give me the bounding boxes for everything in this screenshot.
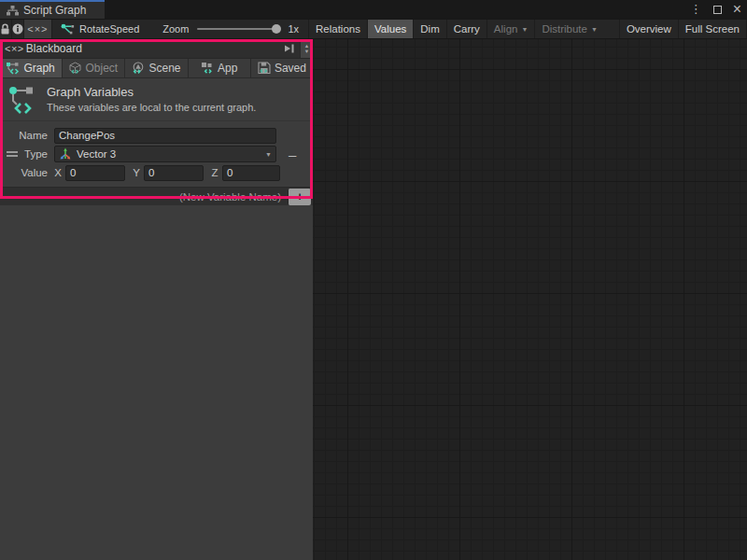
dim-button[interactable]: Dim bbox=[413, 20, 445, 38]
lock-button[interactable] bbox=[0, 20, 12, 38]
dock-panel-button[interactable] bbox=[279, 39, 300, 58]
distribute-dropdown-button[interactable]: Distribute ▼ bbox=[534, 20, 604, 38]
tab-scene[interactable]: Scene bbox=[125, 59, 188, 77]
spinner-down-icon[interactable]: ▼ bbox=[304, 49, 309, 54]
values-button[interactable]: Values bbox=[367, 20, 413, 38]
x-value-input[interactable] bbox=[65, 165, 125, 181]
saved-variables-icon bbox=[258, 62, 271, 75]
z-value-input[interactable] bbox=[222, 165, 280, 181]
vector3-icon bbox=[59, 147, 72, 161]
tab-object[interactable]: Object bbox=[63, 59, 125, 77]
graph-canvas[interactable] bbox=[313, 39, 747, 560]
zoom-slider[interactable] bbox=[197, 28, 279, 30]
variable-scope-tabs: Graph Object Scene bbox=[0, 59, 313, 78]
add-variable-button[interactable]: + bbox=[288, 189, 311, 205]
zoom-label: Zoom bbox=[162, 23, 189, 35]
value-row: Value X Y Z bbox=[0, 163, 313, 182]
graph-node-icon bbox=[61, 23, 75, 35]
relations-button[interactable]: Relations bbox=[308, 20, 367, 38]
y-axis-label: Y bbox=[133, 167, 140, 178]
close-icon[interactable]: × bbox=[733, 0, 741, 19]
variable-type-dropdown[interactable]: Vector 3 ▼ bbox=[54, 146, 276, 162]
blackboard-panel: <×> Blackboard ▲ ▼ bbox=[0, 39, 313, 560]
value-label: Value bbox=[0, 167, 54, 178]
title-bar: Script Graph ⋮ × bbox=[0, 0, 747, 19]
new-variable-name-input[interactable] bbox=[0, 191, 288, 203]
graph-variables-large-icon bbox=[8, 85, 36, 116]
carry-button[interactable]: Carry bbox=[446, 20, 486, 38]
app-variables-icon bbox=[201, 62, 214, 75]
tab-title: Script Graph bbox=[23, 4, 86, 17]
scene-variables-icon bbox=[132, 62, 145, 75]
blackboard-header: <×> Blackboard ▲ ▼ bbox=[0, 39, 313, 59]
object-variables-icon bbox=[69, 62, 81, 75]
script-graph-asset-button[interactable]: <×> bbox=[24, 20, 52, 38]
graph-asset-name: RotateSpeed bbox=[79, 23, 139, 35]
type-row: Type Vector 3 ▼ – bbox=[0, 145, 313, 163]
new-variable-row: + bbox=[0, 187, 313, 205]
lock-icon bbox=[0, 23, 10, 35]
caret-down-icon: ▼ bbox=[265, 151, 272, 158]
x-axis-label: X bbox=[54, 167, 62, 178]
section-description: These variables are local to the current… bbox=[47, 102, 256, 113]
z-axis-label: Z bbox=[211, 167, 218, 178]
caret-down-icon: ▼ bbox=[591, 26, 598, 33]
graph-variables-icon bbox=[7, 62, 20, 75]
window-controls: ⋮ × bbox=[690, 0, 741, 19]
type-value: Vector 3 bbox=[77, 148, 116, 160]
graph-toolbar: <×> RotateSpeed Zoom 1x Relations Values bbox=[0, 19, 747, 39]
y-value-input[interactable] bbox=[144, 165, 204, 181]
tab-app[interactable]: App bbox=[189, 59, 251, 77]
blackboard-title: Blackboard bbox=[26, 42, 82, 55]
graph-variables-section: Graph Variables These variables are loca… bbox=[0, 78, 313, 121]
tab-script-graph[interactable]: Script Graph bbox=[0, 0, 105, 19]
more-menu-icon[interactable]: ⋮ bbox=[690, 0, 702, 19]
section-title: Graph Variables bbox=[47, 85, 256, 99]
name-label: Name bbox=[0, 130, 54, 141]
caret-down-icon: ▼ bbox=[521, 26, 528, 33]
graph-title-box: RotateSpeed bbox=[52, 20, 148, 38]
remove-variable-button[interactable]: – bbox=[289, 147, 296, 161]
tab-saved[interactable]: Saved bbox=[251, 59, 313, 77]
full-screen-button[interactable]: Full Screen bbox=[678, 20, 747, 38]
info-button[interactable] bbox=[12, 20, 24, 38]
variable-editor: Name Type Vector 3 ▼ bbox=[0, 121, 313, 205]
info-icon bbox=[12, 23, 23, 35]
zoom-control: Zoom 1x bbox=[162, 20, 299, 38]
zoom-value: 1x bbox=[288, 23, 299, 35]
panel-scroll-spinner[interactable]: ▲ ▼ bbox=[300, 39, 313, 58]
toolbar-toggle-group: Relations Values Dim Carry Align ▼ Distr… bbox=[308, 20, 747, 38]
drag-handle-icon[interactable] bbox=[7, 151, 18, 157]
blackboard-graph-icon: <×> bbox=[5, 43, 24, 54]
variable-name-input[interactable] bbox=[54, 128, 276, 144]
zoom-slider-handle[interactable] bbox=[272, 24, 281, 34]
dock-icon bbox=[284, 43, 295, 54]
maximize-icon[interactable] bbox=[713, 6, 722, 14]
tab-graph[interactable]: Graph bbox=[0, 59, 63, 77]
overview-button[interactable]: Overview bbox=[619, 20, 678, 38]
align-dropdown-button[interactable]: Align ▼ bbox=[486, 20, 535, 38]
name-row: Name bbox=[0, 126, 313, 145]
graph-hierarchy-icon bbox=[7, 6, 19, 16]
